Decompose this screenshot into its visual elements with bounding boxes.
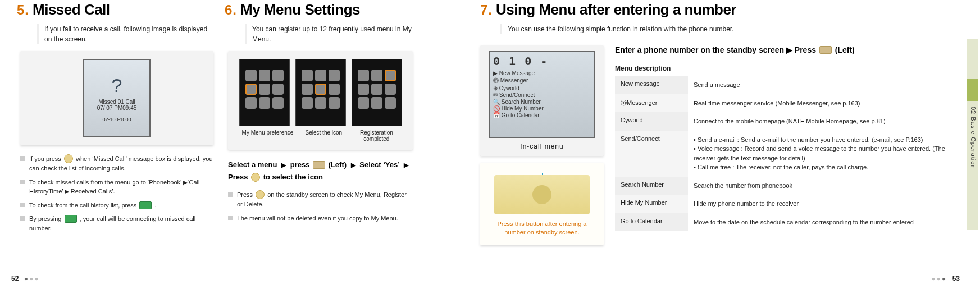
soft-key-icon [819, 46, 832, 54]
table-row: ⓜMessengerReal-time messenger service (M… [615, 94, 958, 113]
phone-screens-row [236, 59, 405, 126]
missed-call-line1: Missed 01 Call [98, 99, 135, 105]
question-icon: ? [112, 75, 122, 96]
bullet-icon [228, 192, 233, 197]
key-guide-box: Press this button after entering a numbe… [480, 163, 604, 245]
table-row: Send/Connect Send a e-mail : Send a e-ma… [615, 131, 958, 177]
enter-number-instruction: Enter a phone number on the standby scre… [615, 45, 958, 54]
phone-captions: My Menu preference Select the icon Regis… [236, 130, 405, 142]
chapter-tab-label: 02 Basic Operation [968, 107, 977, 169]
section5-title: 5.Missed Call [17, 1, 213, 19]
ok-button-icon [251, 173, 260, 182]
soft-key-icon [313, 161, 325, 169]
section5-subhead: If you fail to receive a call, following… [37, 24, 213, 44]
menu-description-label: Menu description [615, 64, 958, 72]
incall-menu-screenshot: 0 1 0 - ▶ New Message ⓜ Messenger ⊕ Cywo… [480, 45, 604, 156]
section7-title: 7.Using Menu after entering a number [480, 1, 958, 19]
section7-subhead: You can use the following simple functio… [500, 24, 958, 34]
table-row: Hide My NumberHide my phone number to th… [615, 195, 958, 213]
section-my-menu-settings: 6.My Menu Settings You can register up t… [219, 0, 418, 286]
table-row: New messageSend a message [615, 76, 958, 94]
section7-right-column: Enter a phone number on the standby scre… [615, 45, 958, 245]
section-using-menu: 7.Using Menu after entering a number You… [418, 0, 963, 286]
section6-title: 6.My Menu Settings [225, 1, 413, 19]
phone-screen-select-icon [295, 59, 346, 126]
table-row: Search NumberSearch the number from phon… [615, 177, 958, 195]
table-row: Go to CalendarMove to the date on the sc… [615, 213, 958, 232]
section6-bullets: Press on the standby screen to check My … [228, 190, 413, 223]
device-keypad-icon [494, 175, 590, 214]
ok-button-icon [64, 154, 73, 163]
page-number-left: 52 ●●● [11, 275, 42, 283]
incall-caption: In-call menu [486, 142, 598, 150]
call-button-icon [139, 201, 152, 209]
bullet-icon [228, 216, 233, 220]
section5-number: 5. [17, 2, 29, 17]
phone-screen-completed [352, 59, 402, 126]
missed-call-line3: 02-100-1000 [102, 117, 131, 122]
bullet-icon [20, 216, 25, 221]
send-connect-cell: Send a e-mail : Send a e-mail to the num… [688, 131, 958, 177]
section6-subhead: You can register up to 12 frequently use… [245, 24, 413, 44]
incall-phone-screen: 0 1 0 - ▶ New Message ⓜ Messenger ⊕ Cywo… [489, 51, 595, 138]
bullet-icon [20, 203, 25, 207]
phone-screen-preference [239, 59, 290, 126]
section-missed-call: 5.Missed Call If you fail to receive a c… [11, 0, 219, 286]
section6-number: 6. [225, 2, 237, 17]
missed-call-line2: 07/ 07 PM09:45 [97, 105, 137, 111]
bullet-icon [20, 156, 25, 161]
call-button-icon [65, 215, 77, 223]
my-menu-screenshot: My Menu preference Select the icon Regis… [228, 51, 413, 150]
bullet-icon [20, 180, 25, 184]
ok-button-icon [256, 190, 265, 199]
missed-call-phone-screen: ? Missed 01 Call 07/ 07 PM09:45 02-100-1… [83, 59, 151, 137]
table-row: CyworldConnect to the mobile homepage (N… [615, 112, 958, 131]
menu-description-table: New messageSend a message ⓜMessengerReal… [615, 76, 958, 231]
section5-bullets: If you press when ‘Missed Call’ message … [20, 154, 213, 233]
section6-instruction: Select a menu ▶ press (Left) ▶ Select ‘Y… [228, 159, 413, 183]
section7-left-column: 0 1 0 - ▶ New Message ⓜ Messenger ⊕ Cywo… [480, 45, 604, 245]
chapter-tab: 02 Basic Operation [967, 39, 978, 230]
missed-call-screenshot: ? Missed 01 Call 07/ 07 PM09:45 02-100-1… [20, 51, 213, 145]
chapter-tab-accent [967, 79, 978, 101]
key-guide-caption: Press this button after entering a numbe… [487, 220, 597, 237]
page-number-right: ●●● 53 [929, 275, 960, 283]
section7-number: 7. [480, 2, 493, 17]
